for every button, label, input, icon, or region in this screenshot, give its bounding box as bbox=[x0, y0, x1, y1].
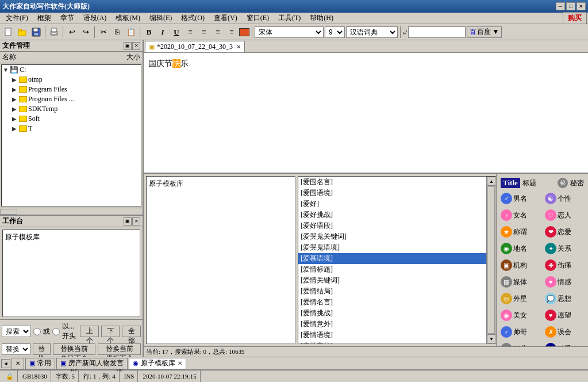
list-item[interactable]: [爱情关键词] bbox=[298, 275, 486, 286]
save-button[interactable] bbox=[30, 26, 43, 39]
list-item[interactable]: [爱情挑战] bbox=[298, 308, 486, 319]
list-item[interactable]: [爱情标题] bbox=[298, 264, 486, 275]
scroll-down-button[interactable]: ▼ bbox=[487, 334, 495, 343]
menu-template[interactable]: 模板(M) bbox=[111, 12, 145, 24]
toolbar-search-input[interactable] bbox=[408, 26, 466, 38]
sidebar-item-alien[interactable]: ◎ 外星 bbox=[499, 291, 541, 306]
tree-item-program-files2[interactable]: ▶ Program Files ... bbox=[2, 94, 141, 104]
file-tree-hscroll[interactable] bbox=[0, 208, 143, 215]
paste-button[interactable]: 📋 bbox=[125, 26, 137, 39]
italic-button[interactable]: I bbox=[156, 26, 169, 39]
sidebar-item-title[interactable]: Title 标题 秘 秘密 bbox=[499, 176, 586, 190]
sidebar-item-female-name[interactable]: ♀ 女名 bbox=[499, 208, 541, 223]
list-item[interactable]: [爱情意外] bbox=[298, 319, 486, 330]
search-engine-button[interactable]: 百 百度 ▼ bbox=[467, 26, 502, 38]
underline-button[interactable]: U bbox=[170, 26, 183, 39]
list-item[interactable]: [爱好语段] bbox=[298, 220, 486, 231]
sidebar-item-media[interactable]: ▦ 媒体 bbox=[499, 274, 541, 289]
tree-item-sdktemp[interactable]: ▶ SDKTemp bbox=[2, 104, 141, 114]
sidebar-item-thought[interactable]: 💭 思想 bbox=[543, 291, 586, 306]
align-left-button[interactable]: ≡ bbox=[184, 26, 197, 39]
sidebar-item-title2[interactable]: ★ 称谓 bbox=[499, 224, 541, 239]
list-item[interactable]: [爱情结局] bbox=[298, 286, 486, 297]
template-list-items[interactable]: [爱围名言] [爱围语境] [爱好] [爱好挑战] [爱好语段] [爱哭鬼关键词… bbox=[298, 177, 486, 343]
sidebar-item-wish[interactable]: ♥ 愿望 bbox=[543, 308, 586, 323]
redo-button[interactable]: ↪ bbox=[79, 26, 92, 39]
sidebar-item-org[interactable]: ▣ 机构 bbox=[499, 258, 541, 273]
list-item[interactable]: [爱好] bbox=[298, 198, 486, 209]
panel-close-button[interactable]: ✕ bbox=[132, 42, 140, 50]
list-item[interactable]: [爱哭鬼关键词] bbox=[298, 231, 486, 242]
new-button[interactable] bbox=[2, 26, 15, 39]
sidebar-item-lover[interactable]: ♡ 恋人 bbox=[543, 208, 586, 223]
doc-tab-active[interactable]: ▣ *2020_10_07_22_04_30_3 ✕ bbox=[145, 41, 245, 52]
list-item[interactable]: [安微高校] bbox=[298, 341, 486, 343]
document-editor[interactable]: 国庆节快乐 bbox=[144, 53, 588, 173]
list-item[interactable]: [爱好挑战] bbox=[298, 209, 486, 220]
print-button[interactable] bbox=[48, 26, 60, 39]
next-button[interactable]: 下个 bbox=[101, 326, 120, 337]
replace-button[interactable]: 替换 bbox=[33, 343, 51, 355]
size-select[interactable]: 9 bbox=[325, 26, 345, 38]
sidebar-item-place[interactable]: ◉ 地名 bbox=[499, 241, 541, 256]
replace-all-template-button[interactable]: 替换当前模板下全部 bbox=[98, 343, 141, 355]
tree-item-otmp[interactable]: ▶ otmp bbox=[2, 75, 141, 85]
menu-frame[interactable]: 框架 bbox=[33, 12, 56, 24]
align-right-button[interactable]: ≡ bbox=[212, 26, 224, 39]
list-item[interactable]: [爱哭鬼语境] bbox=[298, 242, 486, 253]
menu-chapter[interactable]: 章节 bbox=[56, 12, 79, 24]
color-button[interactable] bbox=[239, 28, 249, 36]
sidebar-item-emotion[interactable]: ♥ 情感 bbox=[543, 274, 586, 289]
replace-dropdown[interactable]: 替换 bbox=[2, 343, 30, 355]
radio-or[interactable] bbox=[33, 328, 41, 335]
sidebar-item-beauty[interactable]: ◉ 美女 bbox=[499, 308, 541, 323]
list-item-selected[interactable]: [爱慕语境] bbox=[298, 253, 486, 264]
buy-button[interactable]: 购买 bbox=[563, 12, 587, 24]
bottom-tab-close[interactable]: ✕ bbox=[11, 358, 24, 369]
menu-tools[interactable]: 工具(T) bbox=[274, 12, 305, 24]
bottom-tab-common[interactable]: ▣ 常用 bbox=[25, 358, 55, 369]
panel-restore-button[interactable]: ▣ bbox=[124, 42, 132, 50]
sidebar-item-pain[interactable]: ✚ 伤痛 bbox=[543, 258, 586, 273]
sidebar-item-male-name[interactable]: ♂ 男名 bbox=[499, 191, 541, 206]
replace-all-cond-button[interactable]: 替换当前条目下全部 bbox=[53, 343, 96, 355]
prev-button[interactable]: 上个 bbox=[80, 326, 99, 337]
close-button[interactable]: ✕ bbox=[577, 2, 586, 10]
menu-help[interactable]: 帮助(H) bbox=[305, 12, 338, 24]
sidebar-item-misunderstand[interactable]: ✗ 误会 bbox=[543, 324, 586, 339]
atom-tab-close[interactable]: ✕ bbox=[178, 360, 182, 366]
list-item[interactable]: [爱情语境] bbox=[298, 330, 486, 341]
template-list-scrollbar[interactable]: ▲ ▼ bbox=[486, 177, 495, 343]
tree-item-drive[interactable]: ▼ 💾 C: bbox=[2, 65, 141, 75]
search-dropdown[interactable]: 搜索 bbox=[2, 326, 31, 337]
sidebar-item-handsome[interactable]: ♂ 帅哥 bbox=[499, 324, 541, 339]
sidebar-item-relation[interactable]: ✦ 关系 bbox=[543, 241, 586, 256]
menu-window[interactable]: 窗口(E) bbox=[242, 12, 274, 24]
radio-startswith[interactable] bbox=[52, 328, 60, 335]
menu-file[interactable]: 文件(F) bbox=[1, 12, 33, 24]
minimize-button[interactable]: ─ bbox=[556, 2, 565, 10]
undo-button[interactable]: ↩ bbox=[66, 26, 78, 39]
menu-edit[interactable]: 编辑(E) bbox=[145, 12, 176, 24]
copy-button[interactable]: ⎘ bbox=[111, 26, 124, 39]
menu-view[interactable]: 查看(V) bbox=[209, 12, 242, 24]
justify-button[interactable]: ≡ bbox=[225, 26, 238, 39]
sidebar-item-opponent[interactable]: ≡ 对手 bbox=[543, 341, 586, 346]
menu-paragraph[interactable]: 语段(A) bbox=[79, 12, 112, 24]
bottom-scroll-left[interactable]: ◄ bbox=[1, 359, 10, 368]
font-select[interactable]: 宋体 bbox=[255, 26, 324, 38]
scroll-thumb[interactable] bbox=[487, 186, 495, 334]
sidebar-item-romance[interactable]: ❤ 恋爱 bbox=[543, 224, 586, 239]
open-button[interactable] bbox=[16, 26, 29, 39]
menu-format[interactable]: 格式(O) bbox=[176, 12, 209, 24]
sidebar-item-occupation[interactable]: ▣ 职业 bbox=[499, 341, 541, 346]
hscroll-thumb[interactable] bbox=[0, 209, 17, 215]
list-item[interactable]: [爱围语境] bbox=[298, 188, 486, 198]
bottom-tab-atom[interactable]: ◉ 原子模板库 ✕ bbox=[129, 358, 186, 369]
bottom-tab-news[interactable]: ▣ 房产新闻人物发言 bbox=[56, 358, 128, 369]
sidebar-item-personality[interactable]: ☯ 个性 bbox=[543, 191, 586, 206]
workspace-restore-button[interactable]: ▣ bbox=[124, 217, 132, 226]
tree-item-program-files[interactable]: ▶ Program Files bbox=[2, 85, 141, 94]
doc-tab-close-button[interactable]: ✕ bbox=[236, 44, 241, 50]
tree-item-t[interactable]: ▶ T bbox=[2, 124, 141, 133]
